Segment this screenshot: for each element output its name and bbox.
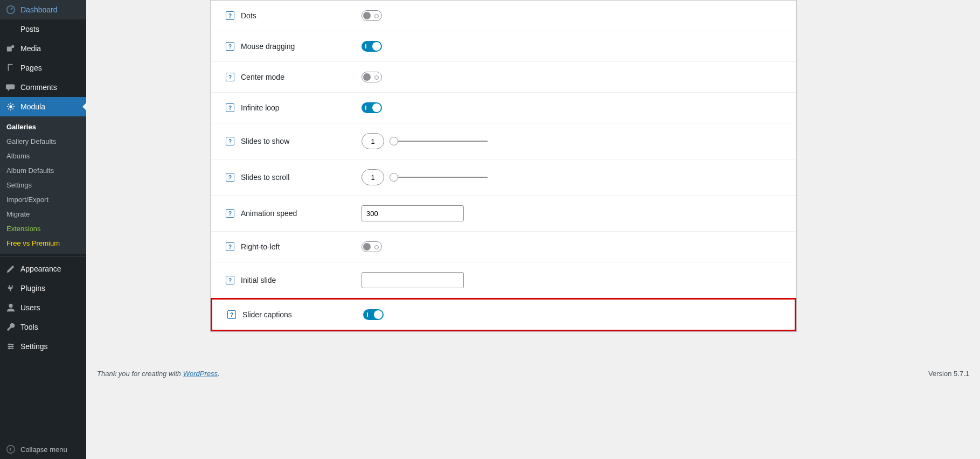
row-center-mode: ? Center mode bbox=[211, 61, 796, 92]
setting-label: Center mode bbox=[241, 73, 284, 81]
svg-point-7 bbox=[9, 344, 11, 346]
submenu-album-defaults[interactable]: Album Defaults bbox=[0, 163, 86, 178]
modula-submenu: Galleries Gallery Defaults Albums Album … bbox=[0, 116, 86, 254]
setting-label: Slides to show bbox=[241, 137, 289, 145]
row-mouse-dragging: ? Mouse dragging bbox=[211, 31, 796, 61]
slider-handle[interactable] bbox=[390, 137, 398, 145]
svg-point-5 bbox=[9, 105, 12, 108]
help-icon[interactable]: ? bbox=[227, 310, 236, 319]
users-icon bbox=[5, 302, 16, 313]
svg-rect-1 bbox=[7, 46, 12, 51]
main-content: ? Dots ? Mouse dragging ? Center mode ? … bbox=[86, 0, 980, 459]
help-icon[interactable]: ? bbox=[226, 11, 234, 20]
row-slides-to-show: ? Slides to show bbox=[211, 123, 796, 159]
toggle-mouse-dragging[interactable] bbox=[362, 41, 382, 52]
submenu-extensions[interactable]: Extensions bbox=[0, 221, 86, 236]
help-icon[interactable]: ? bbox=[226, 173, 234, 182]
row-right-to-left: ? Right-to-left bbox=[211, 231, 796, 262]
menu-dashboard[interactable]: Dashboard bbox=[0, 0, 86, 19]
setting-label: Right-to-left bbox=[241, 242, 280, 251]
svg-point-8 bbox=[11, 345, 13, 347]
toggle-right-to-left[interactable] bbox=[362, 241, 382, 252]
help-icon[interactable]: ? bbox=[226, 73, 234, 81]
submenu-migrate[interactable]: Migrate bbox=[0, 207, 86, 221]
submenu-gallery-defaults[interactable]: Gallery Defaults bbox=[0, 134, 86, 149]
menu-label: Posts bbox=[20, 25, 39, 33]
submenu-albums[interactable]: Albums bbox=[0, 149, 86, 163]
media-icon bbox=[5, 43, 16, 54]
tools-icon bbox=[5, 322, 16, 332]
slider-handle[interactable] bbox=[390, 173, 398, 182]
svg-rect-4 bbox=[9, 65, 13, 72]
svg-point-10 bbox=[7, 446, 15, 453]
menu-label: Media bbox=[20, 44, 41, 53]
menu-label: Settings bbox=[20, 342, 48, 351]
input-animation-speed[interactable] bbox=[362, 205, 464, 221]
submenu-import-export[interactable]: Import/Export bbox=[0, 192, 86, 207]
dashboard-icon bbox=[5, 4, 16, 15]
svg-point-6 bbox=[9, 304, 12, 308]
appearance-icon bbox=[5, 263, 16, 274]
pages-icon bbox=[5, 62, 16, 73]
menu-pages[interactable]: Pages bbox=[0, 58, 86, 78]
setting-label: Animation speed bbox=[241, 209, 297, 218]
pin-icon bbox=[5, 24, 16, 34]
menu-settings[interactable]: Settings bbox=[0, 337, 86, 356]
version-text: Version 5.7.1 bbox=[928, 370, 969, 378]
menu-plugins[interactable]: Plugins bbox=[0, 279, 86, 298]
svg-point-2 bbox=[11, 45, 14, 48]
setting-label: Mouse dragging bbox=[241, 42, 295, 51]
menu-comments[interactable]: Comments bbox=[0, 78, 86, 97]
toggle-slider-captions[interactable] bbox=[363, 309, 384, 320]
admin-sidebar: Dashboard Posts Media Pages Comments Mod… bbox=[0, 0, 86, 459]
plugins-icon bbox=[5, 283, 16, 294]
collapse-menu[interactable]: Collapse menu bbox=[0, 440, 86, 459]
submenu-galleries[interactable]: Galleries bbox=[0, 120, 86, 134]
submenu-free-vs-premium[interactable]: Free vs Premium bbox=[0, 236, 86, 251]
menu-label: Comments bbox=[20, 83, 57, 92]
help-icon[interactable]: ? bbox=[226, 276, 234, 284]
help-icon[interactable]: ? bbox=[226, 209, 234, 218]
settings-panel: ? Dots ? Mouse dragging ? Center mode ? … bbox=[210, 0, 797, 332]
wordpress-link[interactable]: WordPress bbox=[183, 370, 218, 378]
input-slides-to-show[interactable] bbox=[362, 133, 384, 149]
help-icon[interactable]: ? bbox=[226, 242, 234, 251]
menu-label: Dashboard bbox=[20, 5, 58, 14]
input-initial-slide[interactable] bbox=[362, 272, 464, 288]
menu-appearance[interactable]: Appearance bbox=[0, 259, 86, 279]
input-slides-to-scroll[interactable] bbox=[362, 169, 384, 185]
modula-icon bbox=[5, 101, 16, 112]
setting-label: Slides to scroll bbox=[241, 173, 289, 182]
setting-label: Initial slide bbox=[241, 276, 276, 284]
collapse-icon bbox=[5, 444, 16, 455]
row-dots: ? Dots bbox=[211, 1, 796, 31]
menu-posts[interactable]: Posts bbox=[0, 19, 86, 39]
menu-media[interactable]: Media bbox=[0, 39, 86, 58]
toggle-dots[interactable] bbox=[362, 10, 382, 21]
collapse-label: Collapse menu bbox=[20, 446, 67, 454]
help-icon[interactable]: ? bbox=[226, 137, 234, 145]
help-icon[interactable]: ? bbox=[226, 103, 234, 112]
toggle-infinite-loop[interactable] bbox=[362, 102, 382, 113]
setting-label: Dots bbox=[241, 11, 256, 20]
slider-slides-to-scroll[interactable] bbox=[391, 177, 488, 178]
row-infinite-loop: ? Infinite loop bbox=[211, 92, 796, 123]
menu-tools[interactable]: Tools bbox=[0, 317, 86, 337]
settings-icon bbox=[5, 341, 16, 352]
row-initial-slide: ? Initial slide bbox=[211, 262, 796, 298]
menu-users[interactable]: Users bbox=[0, 298, 86, 317]
setting-label: Infinite loop bbox=[241, 103, 280, 112]
menu-label: Plugins bbox=[20, 284, 45, 293]
admin-footer: Thank you for creating with WordPress. V… bbox=[97, 364, 969, 383]
slider-slides-to-show[interactable] bbox=[391, 141, 488, 142]
toggle-center-mode[interactable] bbox=[362, 72, 382, 82]
menu-label: Users bbox=[20, 303, 40, 312]
menu-modula[interactable]: Modula bbox=[0, 97, 86, 116]
menu-label: Pages bbox=[20, 64, 42, 72]
setting-label: Slider captions bbox=[242, 310, 292, 319]
row-slides-to-scroll: ? Slides to scroll bbox=[211, 159, 796, 195]
help-icon[interactable]: ? bbox=[226, 42, 234, 51]
menu-label: Modula bbox=[20, 102, 45, 111]
submenu-settings[interactable]: Settings bbox=[0, 178, 86, 192]
menu-label: Appearance bbox=[20, 265, 61, 273]
